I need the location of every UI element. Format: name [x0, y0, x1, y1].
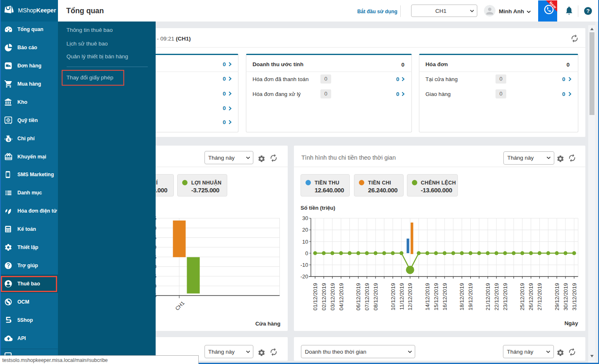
- svg-text:23/12/2019: 23/12/2019: [502, 283, 508, 311]
- svg-text:22/12/2019: 22/12/2019: [493, 283, 500, 311]
- svg-text:06/12/2019: 06/12/2019: [355, 283, 361, 311]
- svg-text:11/12/2019: 11/12/2019: [399, 283, 405, 310]
- svg-text:19/12/2019: 19/12/2019: [467, 283, 474, 311]
- svg-text:-20: -20: [301, 273, 308, 280]
- svg-text:25/12/2019: 25/12/2019: [519, 283, 525, 311]
- svg-text:14/12/2019: 14/12/2019: [424, 283, 431, 311]
- svg-text:-10: -10: [301, 262, 308, 268]
- svg-text:02/12/2019: 02/12/2019: [321, 283, 327, 311]
- svg-text:$: $: [7, 137, 10, 141]
- svg-text:15/12/2019: 15/12/2019: [433, 283, 439, 311]
- svg-text:16/12/2019: 16/12/2019: [442, 283, 448, 311]
- svg-text:27/12/2019: 27/12/2019: [536, 283, 543, 311]
- svg-text:CH1: CH1: [174, 300, 186, 312]
- svg-text:08/12/2019: 08/12/2019: [373, 283, 379, 311]
- svg-text:12/12/2019: 12/12/2019: [407, 283, 413, 311]
- svg-text:30/12/2019: 30/12/2019: [563, 283, 569, 311]
- svg-text:04/12/2019: 04/12/2019: [338, 283, 344, 311]
- svg-text:07/12/2019: 07/12/2019: [364, 283, 370, 311]
- svg-text:29/12/2019: 29/12/2019: [554, 283, 560, 311]
- svg-text:30: 30: [302, 215, 308, 221]
- svg-text:26/12/2019: 26/12/2019: [528, 283, 534, 311]
- svg-text:20: 20: [302, 227, 308, 233]
- svg-text:31/12/2019: 31/12/2019: [571, 283, 577, 311]
- svg-text:10: 10: [302, 239, 308, 245]
- svg-text:18/12/2019: 18/12/2019: [459, 283, 465, 311]
- svg-text:01/12/2019: 01/12/2019: [312, 283, 318, 311]
- svg-text:21/12/2019: 21/12/2019: [485, 283, 491, 311]
- svg-text:10/12/2019: 10/12/2019: [390, 283, 396, 311]
- svg-text:0: 0: [305, 250, 308, 256]
- svg-text:03/12/2019: 03/12/2019: [330, 283, 336, 311]
